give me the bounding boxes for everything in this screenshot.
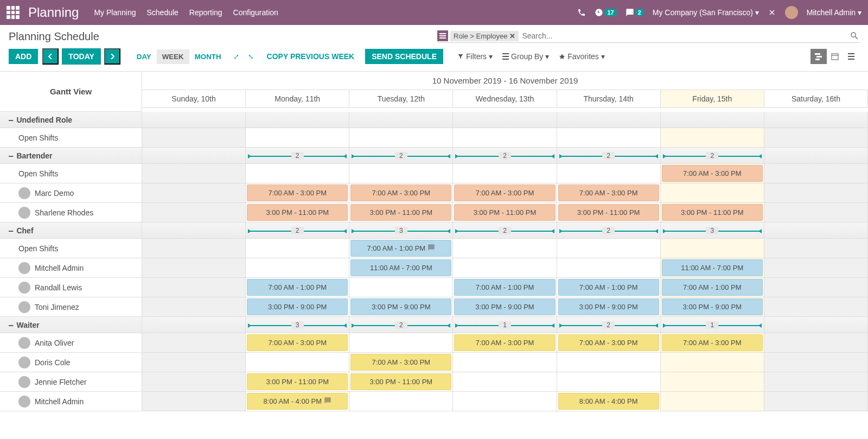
shift-block[interactable]: 7:00 AM - 3:00 PM — [454, 334, 555, 351]
shift-block[interactable]: 8:00 AM - 4:00 PM — [247, 393, 348, 410]
shift-block[interactable]: 3:00 PM - 11:00 PM — [350, 373, 451, 390]
shift-cell[interactable] — [557, 353, 661, 372]
shift-cell[interactable]: 3:00 PM - 9:00 PM — [557, 297, 661, 316]
nav-my-planning[interactable]: My Planning — [94, 8, 136, 17]
activity-indicator[interactable]: 17 — [595, 8, 616, 17]
range-month[interactable]: MONTH — [189, 49, 227, 64]
shift-cell[interactable]: 3:00 PM - 11:00 PM — [246, 203, 349, 222]
add-button[interactable]: ADD — [9, 49, 38, 64]
shift-cell[interactable] — [764, 278, 868, 297]
shift-cell[interactable] — [764, 164, 868, 183]
shift-block[interactable]: 7:00 AM - 1:00 PM — [558, 279, 659, 296]
shift-block[interactable]: 7:00 AM - 3:00 PM — [247, 184, 348, 201]
shift-cell[interactable] — [142, 278, 246, 297]
shift-cell[interactable] — [764, 203, 868, 222]
shift-cell[interactable]: 7:00 AM - 3:00 PM — [453, 183, 557, 202]
shift-cell[interactable]: 7:00 AM - 3:00 PM — [246, 333, 349, 352]
shift-cell[interactable] — [764, 333, 868, 352]
next-button[interactable] — [104, 48, 120, 65]
shift-cell[interactable] — [142, 258, 246, 277]
shift-cell[interactable] — [764, 297, 868, 316]
expand-icon[interactable]: ⤢ — [231, 50, 241, 63]
shift-block[interactable]: 3:00 PM - 11:00 PM — [558, 204, 659, 221]
shift-cell[interactable] — [661, 183, 764, 202]
today-button[interactable]: TODAY — [62, 48, 100, 65]
shift-block[interactable]: 3:00 PM - 11:00 PM — [247, 373, 348, 390]
shift-cell[interactable]: 3:00 PM - 11:00 PM — [349, 372, 453, 391]
shift-cell[interactable]: 7:00 AM - 1:00 PM — [349, 239, 453, 258]
shift-cell[interactable] — [142, 372, 246, 391]
shift-cell[interactable] — [453, 353, 557, 372]
shift-block[interactable]: 7:00 AM - 3:00 PM — [558, 334, 659, 351]
shift-cell[interactable] — [453, 258, 557, 277]
filters-dropdown[interactable]: Filters ▾ — [457, 52, 493, 61]
phone-icon[interactable] — [577, 8, 586, 17]
shift-cell[interactable]: 7:00 AM - 3:00 PM — [349, 183, 453, 202]
shift-cell[interactable]: 7:00 AM - 1:00 PM — [246, 278, 349, 297]
shift-cell[interactable] — [142, 164, 246, 183]
user-menu[interactable]: Mitchell Admin ▾ — [807, 8, 861, 17]
copy-previous-week-button[interactable]: COPY PREVIOUS WEEK — [267, 52, 355, 61]
shift-cell[interactable] — [661, 239, 764, 258]
shift-cell[interactable] — [349, 333, 453, 352]
shift-cell[interactable] — [142, 239, 246, 258]
shift-block[interactable]: 3:00 PM - 9:00 PM — [662, 298, 763, 315]
groupby-dropdown[interactable]: Group By ▾ — [502, 52, 549, 61]
shift-cell[interactable]: 7:00 AM - 3:00 PM — [349, 353, 453, 372]
shift-cell[interactable] — [246, 258, 349, 277]
shift-cell[interactable] — [349, 128, 453, 147]
shift-cell[interactable]: 7:00 AM - 3:00 PM — [661, 333, 764, 352]
shift-cell[interactable] — [764, 183, 868, 202]
group-row[interactable]: —Bartender22222 — [0, 148, 868, 164]
shift-cell[interactable] — [142, 333, 246, 352]
shift-cell[interactable]: 7:00 AM - 3:00 PM — [246, 183, 349, 202]
view-gantt[interactable] — [810, 49, 827, 64]
shift-cell[interactable]: 3:00 PM - 9:00 PM — [349, 297, 453, 316]
shift-cell[interactable] — [661, 128, 764, 147]
shift-block[interactable]: 3:00 PM - 11:00 PM — [454, 204, 555, 221]
group-row[interactable]: —Chef23223 — [0, 222, 868, 239]
shift-cell[interactable] — [764, 353, 868, 372]
shift-block[interactable]: 3:00 PM - 11:00 PM — [247, 204, 348, 221]
shift-block[interactable]: 7:00 AM - 3:00 PM — [558, 184, 659, 201]
shift-block[interactable]: 3:00 PM - 9:00 PM — [454, 298, 555, 315]
shift-block[interactable]: 7:00 AM - 3:00 PM — [350, 354, 451, 371]
shift-cell[interactable]: 3:00 PM - 11:00 PM — [661, 203, 764, 222]
shift-block[interactable]: 7:00 AM - 3:00 PM — [662, 165, 763, 182]
shift-cell[interactable] — [349, 392, 453, 411]
shift-cell[interactable] — [764, 392, 868, 411]
shift-cell[interactable] — [557, 372, 661, 391]
shift-block[interactable]: 3:00 PM - 11:00 PM — [350, 204, 451, 221]
shift-cell[interactable]: 11:00 AM - 7:00 PM — [349, 258, 453, 277]
shift-cell[interactable]: 7:00 AM - 3:00 PM — [557, 183, 661, 202]
range-week[interactable]: WEEK — [157, 49, 189, 64]
send-schedule-button[interactable]: SEND SCHEDULE — [365, 49, 443, 64]
shift-cell[interactable]: 7:00 AM - 3:00 PM — [453, 333, 557, 352]
shift-cell[interactable]: 3:00 PM - 9:00 PM — [661, 297, 764, 316]
shift-cell[interactable] — [142, 203, 246, 222]
shift-cell[interactable] — [246, 128, 349, 147]
shift-cell[interactable]: 7:00 AM - 3:00 PM — [557, 333, 661, 352]
shift-cell[interactable]: 3:00 PM - 9:00 PM — [246, 297, 349, 316]
shift-cell[interactable] — [764, 372, 868, 391]
shift-cell[interactable] — [142, 183, 246, 202]
search-icon[interactable] — [850, 31, 859, 41]
shift-block[interactable]: 7:00 AM - 1:00 PM — [247, 279, 348, 296]
shift-cell[interactable] — [349, 278, 453, 297]
shift-block[interactable]: 3:00 PM - 9:00 PM — [350, 298, 451, 315]
shift-cell[interactable] — [764, 258, 868, 277]
shift-block[interactable]: 7:00 AM - 3:00 PM — [454, 184, 555, 201]
search-input[interactable] — [521, 30, 847, 41]
shift-cell[interactable] — [557, 239, 661, 258]
shift-block[interactable]: 7:00 AM - 3:00 PM — [350, 184, 451, 201]
shift-block[interactable]: 8:00 AM - 4:00 PM — [558, 393, 659, 410]
shift-cell[interactable]: 8:00 AM - 4:00 PM — [246, 392, 349, 411]
shift-block[interactable]: 3:00 PM - 11:00 PM — [662, 204, 763, 221]
favorites-dropdown[interactable]: Favorites ▾ — [559, 52, 605, 61]
shift-cell[interactable] — [764, 239, 868, 258]
company-switcher[interactable]: My Company (San Francisco) ▾ — [653, 8, 759, 17]
view-list[interactable] — [843, 49, 859, 64]
shift-block[interactable]: 7:00 AM - 1:00 PM — [454, 279, 555, 296]
brand-title[interactable]: Planning — [28, 5, 79, 20]
prev-button[interactable] — [42, 48, 59, 65]
